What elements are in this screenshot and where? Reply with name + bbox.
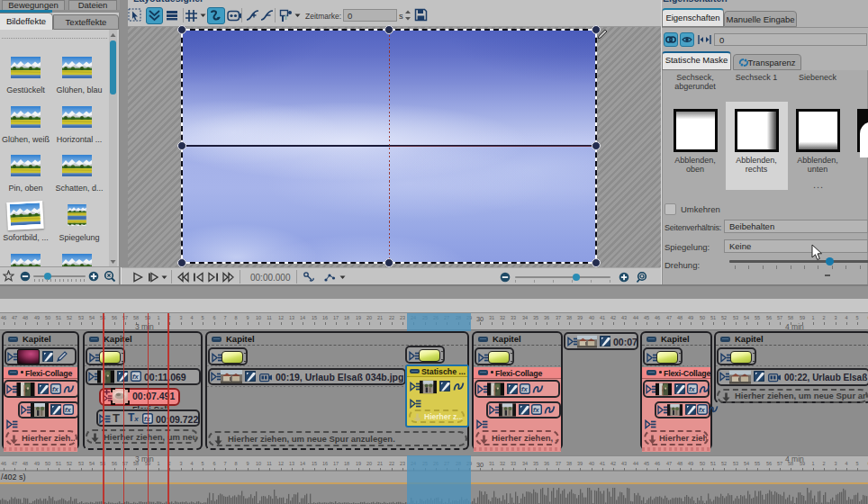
svg-text:fx: fx <box>533 406 539 414</box>
svg-text:fx: fx <box>689 385 695 393</box>
svg-text:fx: fx <box>132 373 139 381</box>
svg-text:fx: fx <box>699 406 705 414</box>
svg-text:fx: fx <box>65 406 71 414</box>
svg-text:fx: fx <box>52 385 59 393</box>
svg-text:fx: fx <box>521 385 528 393</box>
